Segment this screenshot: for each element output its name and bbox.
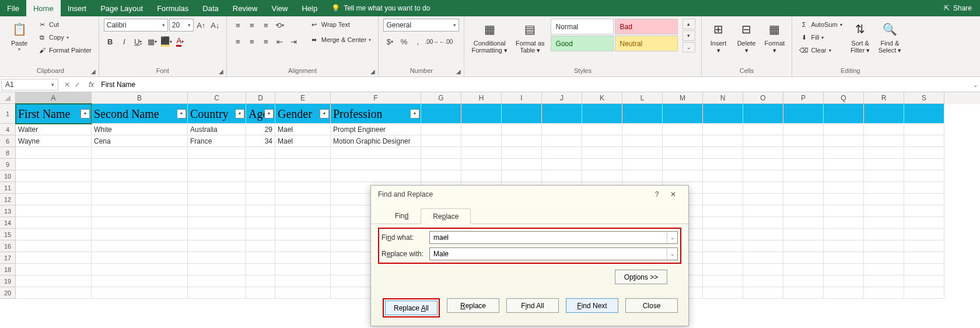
cell[interactable] — [783, 205, 824, 217]
cell[interactable] — [92, 147, 188, 159]
cell[interactable] — [663, 104, 703, 124]
cell[interactable] — [92, 252, 188, 264]
style-normal[interactable]: Normal — [551, 19, 614, 34]
cell[interactable] — [663, 124, 703, 135]
font-name-select[interactable]: Calibri▾ — [104, 19, 168, 32]
orientation-icon[interactable]: ⟲ ▾ — [274, 19, 286, 32]
cell[interactable]: Gender▾ — [275, 104, 331, 124]
cell[interactable] — [421, 104, 461, 124]
cell[interactable] — [743, 217, 783, 229]
column-header-R[interactable]: R — [864, 92, 904, 104]
cell[interactable] — [743, 264, 783, 275]
cell[interactable] — [864, 124, 904, 135]
select-all-corner[interactable] — [0, 92, 16, 104]
find-all-button[interactable]: Find All — [506, 298, 559, 313]
cell[interactable] — [864, 104, 904, 124]
cell[interactable]: Second Name▾ — [92, 104, 188, 124]
cell[interactable] — [246, 170, 275, 182]
cell[interactable] — [904, 205, 944, 217]
cell[interactable] — [864, 217, 904, 229]
close-button[interactable]: Close — [625, 298, 678, 313]
cell[interactable] — [92, 159, 188, 170]
cell[interactable] — [743, 135, 783, 147]
cell[interactable] — [188, 147, 246, 159]
cell[interactable] — [421, 170, 461, 182]
cell[interactable] — [703, 170, 743, 182]
cell[interactable] — [783, 147, 824, 159]
cell[interactable] — [92, 229, 188, 240]
styles-scroll-down-icon[interactable]: ▾ — [682, 30, 695, 41]
cell[interactable] — [904, 229, 944, 240]
cell[interactable] — [743, 182, 783, 194]
cell[interactable] — [783, 287, 824, 299]
cell[interactable] — [743, 194, 783, 205]
row-header[interactable]: 10 — [0, 170, 16, 182]
cell[interactable] — [461, 104, 502, 124]
cell[interactable] — [864, 287, 904, 299]
filter-button[interactable]: ▾ — [80, 109, 90, 118]
cell[interactable] — [275, 147, 331, 159]
format-as-table-button[interactable]: ▤ Format asTable ▾ — [513, 19, 547, 55]
cell[interactable] — [188, 217, 246, 229]
cell[interactable] — [246, 182, 275, 194]
cell[interactable] — [703, 147, 743, 159]
cell[interactable] — [864, 194, 904, 205]
bold-button[interactable]: B — [104, 35, 117, 48]
cell[interactable] — [824, 124, 864, 135]
cell[interactable] — [824, 170, 864, 182]
cell[interactable] — [824, 287, 864, 299]
cell[interactable] — [582, 170, 622, 182]
cell[interactable] — [622, 124, 663, 135]
clipboard-launcher[interactable]: ◢ — [89, 67, 97, 75]
cell[interactable] — [92, 287, 188, 299]
row-header[interactable]: 1 — [0, 104, 16, 124]
cell[interactable] — [904, 264, 944, 275]
cell[interactable] — [275, 182, 331, 194]
filter-button[interactable]: ▾ — [235, 109, 244, 118]
cell[interactable] — [188, 194, 246, 205]
cell[interactable] — [246, 194, 275, 205]
cell[interactable] — [542, 104, 582, 124]
cell[interactable] — [188, 240, 246, 252]
cell[interactable] — [783, 252, 824, 264]
underline-button[interactable]: U ▾ — [132, 35, 145, 48]
find-select-button[interactable]: 🔍Find &Select ▾ — [876, 19, 904, 55]
cell[interactable]: France — [188, 135, 246, 147]
cell[interactable] — [824, 229, 864, 240]
filter-button[interactable]: ▾ — [264, 109, 274, 118]
cell[interactable] — [703, 240, 743, 252]
options-button[interactable]: Options >> — [615, 270, 667, 284]
cell[interactable] — [275, 159, 331, 170]
column-header-D[interactable]: D — [246, 92, 275, 104]
tab-page-layout[interactable]: Page Layout — [93, 0, 150, 16]
cell[interactable] — [864, 275, 904, 287]
cell[interactable] — [904, 275, 944, 287]
cell[interactable] — [246, 287, 275, 299]
number-launcher[interactable]: ◢ — [454, 67, 463, 75]
dialog-tab-replace[interactable]: Replace — [421, 208, 471, 224]
cell[interactable] — [783, 124, 824, 135]
cell[interactable] — [542, 147, 582, 159]
replace-with-combo[interactable]: ⌄ — [429, 247, 678, 260]
cell[interactable] — [904, 182, 944, 194]
cell[interactable] — [864, 159, 904, 170]
percent-format-icon[interactable]: % — [397, 35, 410, 48]
cell[interactable] — [582, 159, 622, 170]
decrease-font-icon[interactable]: A↓ — [209, 19, 222, 32]
cell[interactable] — [743, 205, 783, 217]
cell[interactable] — [188, 275, 246, 287]
cell[interactable] — [16, 194, 92, 205]
cell[interactable] — [703, 104, 743, 124]
cell[interactable] — [703, 275, 743, 287]
column-header-O[interactable]: O — [743, 92, 783, 104]
tell-me-search[interactable]: 💡 Tell me what you want to do — [324, 0, 437, 16]
find-what-input[interactable] — [430, 232, 667, 243]
tab-help[interactable]: Help — [295, 0, 324, 16]
decrease-decimal-icon[interactable]: ←.00 — [439, 35, 452, 48]
cell[interactable] — [703, 264, 743, 275]
cell[interactable] — [824, 182, 864, 194]
replace-all-button[interactable]: Replace All — [385, 301, 438, 315]
cell[interactable] — [188, 252, 246, 264]
cell[interactable] — [783, 159, 824, 170]
cell[interactable] — [246, 205, 275, 217]
